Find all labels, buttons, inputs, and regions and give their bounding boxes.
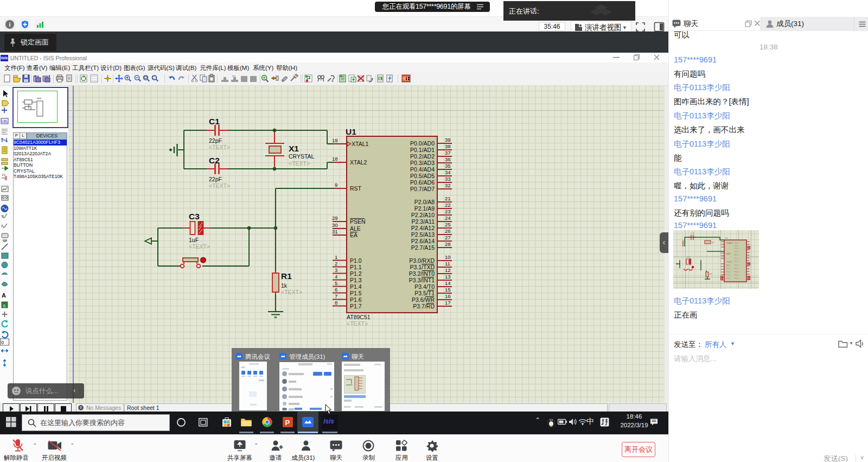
svg-text:P2.1: P2.1 bbox=[735, 257, 738, 260]
svg-text:P1.6: P1.6 bbox=[350, 296, 362, 303]
svg-text:CRYSTAL: CRYSTAL bbox=[289, 153, 315, 160]
svg-text:A: A bbox=[2, 292, 6, 299]
svg-text:P1.6: P1.6 bbox=[726, 277, 730, 280]
svg-text:$: $ bbox=[379, 77, 381, 81]
svg-text:AT89C51: AT89C51 bbox=[347, 314, 371, 320]
svg-text:13: 13 bbox=[445, 274, 451, 280]
svg-text:P0.6/AD6: P0.6/AD6 bbox=[410, 179, 435, 186]
svg-text:P1.7: P1.7 bbox=[350, 303, 362, 309]
svg-text:ALE: ALE bbox=[726, 264, 730, 267]
svg-text:PSEN: PSEN bbox=[726, 261, 732, 263]
svg-text:RST: RST bbox=[350, 185, 362, 192]
svg-text:0: 0 bbox=[1, 340, 4, 345]
svg-text:P1.2: P1.2 bbox=[726, 271, 730, 273]
svg-text:6: 6 bbox=[335, 287, 337, 293]
svg-text:P0.1: P0.1 bbox=[735, 245, 738, 247]
svg-text:ALE: ALE bbox=[350, 225, 361, 232]
svg-text:19: 19 bbox=[332, 137, 338, 143]
svg-text:P2.3: P2.3 bbox=[735, 261, 738, 263]
svg-text:4: 4 bbox=[335, 274, 337, 280]
svg-text:3: 3 bbox=[335, 267, 337, 273]
svg-text:R1: R1 bbox=[710, 273, 713, 275]
svg-text:36: 36 bbox=[445, 156, 451, 162]
svg-text:X1: X1 bbox=[289, 144, 299, 153]
svg-text:P3.4/T0: P3.4/T0 bbox=[414, 283, 435, 290]
svg-text:23: 23 bbox=[445, 208, 451, 214]
svg-text:P2.6/A14: P2.6/A14 bbox=[411, 238, 435, 244]
svg-text:P0.0/AD0: P0.0/AD0 bbox=[410, 140, 435, 147]
svg-text:P2.2/A10: P2.2/A10 bbox=[411, 212, 435, 218]
svg-text:XTAL1: XTAL1 bbox=[726, 242, 733, 244]
svg-text:12: 12 bbox=[445, 267, 451, 273]
svg-text:P1.4: P1.4 bbox=[350, 283, 362, 290]
svg-text:37: 37 bbox=[445, 150, 451, 156]
svg-text:29: 29 bbox=[332, 215, 338, 221]
svg-text:22pF: 22pF bbox=[209, 137, 222, 144]
svg-text:<TEXT>: <TEXT> bbox=[189, 243, 210, 250]
svg-text:P0.4/AD4: P0.4/AD4 bbox=[410, 166, 435, 173]
svg-text:P0.3: P0.3 bbox=[735, 251, 738, 253]
svg-text:P2.0/A8: P2.0/A8 bbox=[414, 199, 435, 205]
svg-text:27: 27 bbox=[445, 235, 451, 241]
svg-text:P0.2/AD2: P0.2/AD2 bbox=[410, 153, 435, 160]
svg-text:24: 24 bbox=[445, 215, 451, 221]
svg-text:XTAL1: XTAL1 bbox=[352, 141, 368, 147]
svg-text:P3.1: P3.1 bbox=[735, 268, 738, 270]
svg-text:25: 25 bbox=[445, 221, 451, 227]
svg-text:35: 35 bbox=[445, 163, 451, 169]
svg-text:C3: C3 bbox=[189, 212, 200, 221]
svg-text:17: 17 bbox=[445, 300, 451, 306]
svg-text:31: 31 bbox=[332, 229, 338, 235]
svg-text:P1.0: P1.0 bbox=[350, 257, 362, 264]
svg-text:32: 32 bbox=[445, 182, 451, 188]
svg-text:C1: C1 bbox=[209, 117, 220, 126]
svg-text:34: 34 bbox=[445, 169, 451, 175]
svg-text:P1.5: P1.5 bbox=[350, 290, 362, 296]
svg-text:15: 15 bbox=[445, 287, 451, 293]
svg-text:<TEXT>: <TEXT> bbox=[209, 182, 230, 189]
svg-text:18: 18 bbox=[332, 156, 338, 162]
svg-text:11: 11 bbox=[445, 261, 450, 267]
svg-text:XTAL2: XTAL2 bbox=[350, 159, 367, 166]
svg-text:10: 10 bbox=[445, 254, 451, 260]
svg-text:9: 9 bbox=[335, 182, 337, 188]
svg-text:P3.2/INT0: P3.2/INT0 bbox=[409, 270, 435, 277]
svg-text:U1: U1 bbox=[346, 127, 356, 136]
svg-text:21: 21 bbox=[445, 195, 451, 201]
svg-text:22pF: 22pF bbox=[209, 176, 222, 182]
svg-text:LBL: LBL bbox=[2, 119, 8, 123]
svg-text:1uF: 1uF bbox=[189, 237, 199, 243]
svg-text:P0.1/AD1: P0.1/AD1 bbox=[410, 147, 435, 153]
svg-text:1k: 1k bbox=[281, 282, 288, 289]
svg-text:P0.3/AD3: P0.3/AD3 bbox=[410, 160, 435, 166]
svg-text:I: I bbox=[1, 224, 2, 228]
svg-text:P0.5/AD5: P0.5/AD5 bbox=[410, 173, 435, 179]
svg-text:P1.0: P1.0 bbox=[726, 268, 730, 270]
svg-text:P3.5/T1: P3.5/T1 bbox=[414, 290, 435, 296]
svg-text:P3.1/TXD: P3.1/TXD bbox=[410, 264, 435, 270]
svg-text:P2.0: P2.0 bbox=[735, 254, 738, 256]
svg-text:C1: C1 bbox=[691, 231, 694, 234]
svg-text:16: 16 bbox=[445, 293, 451, 299]
svg-text:EA: EA bbox=[350, 232, 358, 238]
svg-text:P1.3: P1.3 bbox=[350, 277, 362, 283]
svg-text:P0.2: P0.2 bbox=[735, 248, 738, 250]
svg-text:7: 7 bbox=[335, 293, 337, 299]
svg-text:PSEN: PSEN bbox=[350, 218, 366, 225]
svg-text:A: A bbox=[331, 79, 334, 83]
svg-text:P0.7/AD7: P0.7/AD7 bbox=[410, 186, 435, 192]
svg-text:P3.3/INT1: P3.3/INT1 bbox=[409, 277, 435, 283]
svg-text:<TEXT>: <TEXT> bbox=[347, 320, 368, 327]
svg-text:<TEXT>: <TEXT> bbox=[281, 289, 302, 295]
svg-text:P3.6/WR: P3.6/WR bbox=[412, 296, 435, 303]
svg-text:26: 26 bbox=[445, 228, 451, 234]
svg-text:U1: U1 bbox=[725, 237, 729, 239]
svg-text:V: V bbox=[1, 214, 4, 218]
svg-text:P0.0: P0.0 bbox=[735, 242, 738, 244]
svg-text:P1.1: P1.1 bbox=[350, 264, 362, 270]
svg-text:P2.5/A13: P2.5/A13 bbox=[411, 231, 435, 238]
svg-text:1V: 1V bbox=[2, 173, 5, 176]
svg-text:38: 38 bbox=[445, 143, 451, 149]
svg-text:33: 33 bbox=[445, 176, 451, 182]
svg-text:28: 28 bbox=[445, 241, 451, 247]
